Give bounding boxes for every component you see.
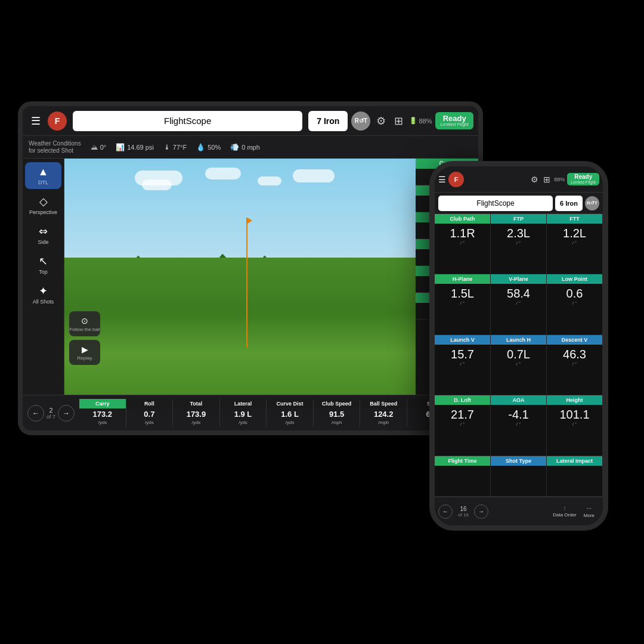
col-lateral-unit: /yds bbox=[220, 420, 267, 427]
view-allshots-button[interactable]: ✦ All Shots bbox=[25, 281, 61, 308]
cell-aoa: AOA -4.1 / ° bbox=[491, 395, 547, 456]
flag-pole bbox=[246, 218, 247, 348]
tablet: ☰ F FlightScope 7 Iron R↺T ⚙ ⊞ 🔋 88% Rea… bbox=[18, 101, 483, 435]
weather-angle: ⛰ 0° bbox=[91, 143, 107, 151]
cell-club-path-header: Club Path bbox=[435, 214, 490, 224]
replay-icon: ▶ bbox=[82, 345, 88, 354]
col-ballspeed-value: 124.2 bbox=[360, 408, 407, 420]
table-col-roll: Roll 0.7 /yds bbox=[126, 399, 174, 427]
phone: ☰ F ⚙ ⊞ 88% Ready Limited Flight FlightS… bbox=[429, 161, 608, 531]
follow-icon: ⊙ bbox=[81, 316, 88, 326]
col-curvedist-header: Curve Dist bbox=[267, 399, 313, 408]
table-col-carry: Carry 173.2 /yds bbox=[79, 399, 126, 427]
cell-launchv: Launch V 15.7 / ° bbox=[435, 335, 491, 395]
grid-icon[interactable]: ⊞ bbox=[392, 112, 405, 130]
phone-more-button[interactable]: ··· More bbox=[579, 505, 599, 518]
col-ballspeed-unit: /mph bbox=[360, 420, 407, 427]
cell-vplane-unit: / ° bbox=[491, 301, 546, 308]
phone-club-name: FlightScope bbox=[438, 196, 553, 211]
phone-club-type[interactable]: 6 Iron bbox=[555, 196, 583, 211]
scene: ☰ F FlightScope 7 Iron R↺T ⚙ ⊞ 🔋 88% Rea… bbox=[0, 0, 644, 644]
view-sidebar: ▲ DTL ◇ Perspective ⇔ Side ↖ Top bbox=[23, 159, 64, 395]
flag bbox=[247, 218, 252, 224]
col-curvedist-value: 1.6 L bbox=[267, 408, 313, 420]
cell-hplane-unit: / ° bbox=[435, 301, 490, 308]
cell-hplane-header: H-Plane bbox=[435, 274, 490, 284]
phone-grid-icon[interactable]: ⊞ bbox=[542, 174, 552, 185]
hamburger-icon[interactable]: ☰ bbox=[27, 112, 44, 130]
side-icon: ⇔ bbox=[39, 225, 48, 238]
view-perspective-button[interactable]: ◇ Perspective bbox=[25, 191, 61, 219]
control-buttons: ⊙ Follow the ball ▶ Replay bbox=[69, 311, 100, 365]
club-type-badge[interactable]: 7 Iron bbox=[308, 111, 348, 131]
phone-hamburger-icon[interactable]: ☰ bbox=[438, 175, 446, 184]
weather-wind: 💨 0 mph bbox=[230, 143, 260, 151]
cell-club-path: Club Path 1.1R / ° bbox=[435, 214, 491, 274]
nav-count: 2 of 7 bbox=[47, 407, 55, 420]
col-ballspeed-header: Ball Speed bbox=[360, 399, 407, 408]
wind-icon: 💨 bbox=[230, 143, 239, 151]
follow-ball-button[interactable]: ⊙ Follow the ball bbox=[69, 311, 100, 336]
phone-ready-label: Ready bbox=[574, 174, 592, 180]
cloud-4 bbox=[258, 177, 281, 185]
col-total-header: Total bbox=[173, 399, 219, 408]
angle-icon: ⛰ bbox=[91, 143, 98, 151]
view-top-button[interactable]: ↖ Top bbox=[25, 251, 61, 278]
cell-ftt-header: FTT bbox=[547, 214, 602, 224]
col-total-value: 173.9 bbox=[173, 408, 219, 420]
phone-battery-pct: 88% bbox=[554, 177, 565, 182]
cell-dloft: D. Loft 21.7 / ° bbox=[435, 395, 491, 456]
next-button[interactable]: → bbox=[58, 405, 75, 422]
col-carry-unit: /yds bbox=[79, 420, 126, 427]
cell-ftt: FTT 1.2L / ° bbox=[547, 214, 603, 274]
cell-ftt-value: 1.2L bbox=[547, 224, 602, 240]
follow-label: Follow the ball bbox=[69, 327, 100, 332]
col-lateral-header: Lateral bbox=[220, 399, 267, 408]
cell-club-path-value: 1.1R bbox=[435, 224, 490, 240]
weather-humidity: 💧 50% bbox=[196, 143, 221, 151]
phone-gear-icon[interactable]: ⚙ bbox=[530, 174, 540, 185]
prev-button[interactable]: ← bbox=[27, 405, 44, 422]
cell-height-unit: / ° bbox=[547, 422, 602, 429]
phone-data-order-button[interactable]: ⋮ Data Order bbox=[553, 506, 577, 518]
phone-reset-button[interactable]: R↺T bbox=[585, 196, 599, 210]
col-clubspeed-header: Club Speed bbox=[314, 399, 360, 408]
phone-secondrow: FlightScope 6 Iron R↺T bbox=[435, 193, 603, 214]
cell-lateralimpact-header: Lateral Impact bbox=[547, 456, 602, 466]
col-clubspeed-value: 91.5 bbox=[314, 408, 360, 420]
phone-prev-button[interactable]: ← bbox=[438, 504, 453, 519]
view-dtl-button[interactable]: ▲ DTL bbox=[25, 162, 61, 189]
weather-pressure: 📊 14.69 psi bbox=[116, 143, 154, 151]
fairway bbox=[64, 258, 416, 395]
table-col-ballspeed: Ball Speed 124.2 /mph bbox=[360, 399, 407, 427]
col-total-unit: /yds bbox=[173, 420, 219, 427]
cell-aoa-unit: / ° bbox=[491, 422, 546, 429]
cloud-2 bbox=[142, 179, 172, 190]
dtl-icon: ▲ bbox=[38, 166, 49, 178]
phone-brand-logo: F bbox=[448, 172, 464, 187]
phone-limited-label: Limited Flight bbox=[571, 180, 596, 184]
cell-launchh: Launch H 0.7L / ° bbox=[491, 335, 547, 395]
view-side-button[interactable]: ⇔ Side bbox=[25, 221, 61, 249]
cell-launchh-value: 0.7L bbox=[491, 345, 546, 361]
cell-launchv-value: 15.7 bbox=[435, 345, 490, 361]
gear-icon[interactable]: ⚙ bbox=[374, 112, 388, 130]
phone-nav-count: 16 of 16 bbox=[455, 506, 472, 518]
allshots-label: All Shots bbox=[33, 299, 54, 305]
table-col-total: Total 173.9 /yds bbox=[173, 399, 220, 427]
cell-shottype: Shot Type bbox=[491, 456, 547, 497]
phone-next-button[interactable]: → bbox=[474, 504, 488, 519]
battery-icon: 🔋 bbox=[409, 117, 417, 125]
weather-temp: 🌡 77°F bbox=[163, 143, 187, 151]
col-carry-value: 173.2 bbox=[79, 408, 126, 420]
phone-topbar: ☰ F ⚙ ⊞ 88% Ready Limited Flight bbox=[435, 166, 603, 193]
tablet-topbar: ☰ F FlightScope 7 Iron R↺T ⚙ ⊞ 🔋 88% Rea… bbox=[23, 106, 478, 136]
phone-more-icon: ··· bbox=[587, 505, 592, 512]
col-clubspeed-unit: /mph bbox=[314, 420, 360, 427]
cell-lateralimpact-value bbox=[547, 466, 602, 470]
replay-button[interactable]: ▶ Replay bbox=[69, 340, 100, 365]
reset-button[interactable]: R↺T bbox=[351, 112, 370, 131]
cell-shottype-value bbox=[491, 466, 546, 470]
cell-lateralimpact: Lateral Impact bbox=[547, 456, 603, 497]
cell-launchh-header: Launch H bbox=[491, 335, 546, 345]
